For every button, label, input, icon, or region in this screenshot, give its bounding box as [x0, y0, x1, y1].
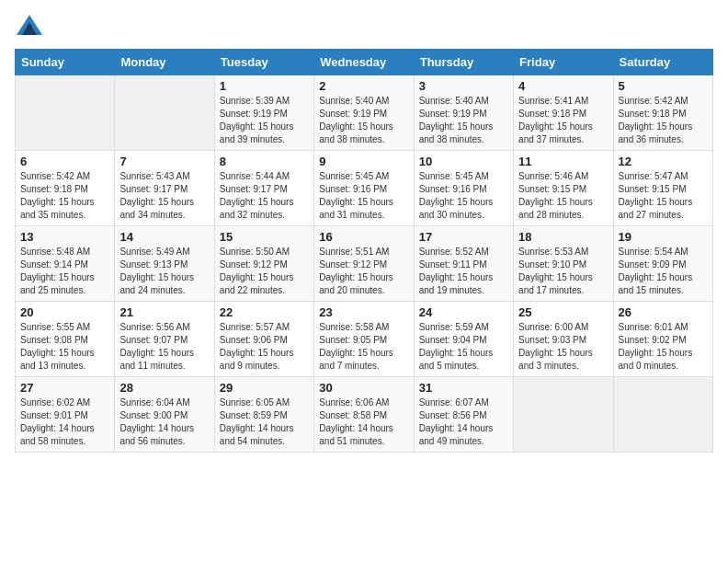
calendar-cell: 1Sunrise: 5:39 AMSunset: 9:19 PMDaylight… — [214, 75, 313, 151]
day-info: Sunrise: 5:53 AMSunset: 9:10 PMDaylight:… — [518, 246, 608, 297]
calendar-week-row: 6Sunrise: 5:42 AMSunset: 9:18 PMDaylight… — [16, 151, 713, 226]
calendar-cell: 20Sunrise: 5:55 AMSunset: 9:08 PMDayligh… — [16, 302, 115, 377]
calendar-cell: 9Sunrise: 5:45 AMSunset: 9:16 PMDaylight… — [314, 151, 414, 226]
day-info: Sunrise: 5:40 AMSunset: 9:19 PMDaylight:… — [319, 95, 408, 146]
day-number: 6 — [20, 155, 109, 168]
day-info: Sunrise: 5:57 AMSunset: 9:06 PMDaylight:… — [220, 321, 309, 373]
calendar-cell: 17Sunrise: 5:52 AMSunset: 9:11 PMDayligh… — [414, 226, 513, 302]
calendar-cell — [514, 377, 613, 453]
day-number: 8 — [220, 155, 309, 168]
day-number: 31 — [419, 381, 508, 395]
day-info: Sunrise: 5:43 AMSunset: 9:17 PMDaylight:… — [119, 170, 209, 222]
calendar-cell: 4Sunrise: 5:41 AMSunset: 9:18 PMDaylight… — [514, 75, 613, 151]
calendar-week-row: 27Sunrise: 6:02 AMSunset: 9:01 PMDayligh… — [16, 377, 713, 453]
day-number: 7 — [119, 155, 209, 168]
calendar-cell: 24Sunrise: 5:59 AMSunset: 9:04 PMDayligh… — [414, 302, 513, 377]
calendar-cell: 11Sunrise: 5:46 AMSunset: 9:15 PMDayligh… — [514, 151, 613, 226]
calendar-cell: 8Sunrise: 5:44 AMSunset: 9:17 PMDaylight… — [214, 151, 313, 226]
day-info: Sunrise: 5:59 AMSunset: 9:04 PMDaylight:… — [419, 321, 508, 373]
day-number: 14 — [119, 230, 209, 244]
day-number: 29 — [220, 381, 309, 395]
page-header — [15, 15, 713, 40]
day-number: 23 — [319, 305, 408, 319]
day-info: Sunrise: 5:51 AMSunset: 9:12 PMDaylight:… — [319, 246, 408, 297]
calendar-week-row: 1Sunrise: 5:39 AMSunset: 9:19 PMDaylight… — [16, 75, 713, 151]
day-info: Sunrise: 5:46 AMSunset: 9:15 PMDaylight:… — [518, 170, 608, 222]
weekday-header: Wednesday — [314, 50, 414, 75]
day-info: Sunrise: 5:45 AMSunset: 9:16 PMDaylight:… — [319, 170, 408, 222]
day-info: Sunrise: 5:50 AMSunset: 9:12 PMDaylight:… — [220, 246, 309, 297]
day-number: 26 — [619, 305, 708, 319]
day-info: Sunrise: 5:52 AMSunset: 9:11 PMDaylight:… — [419, 246, 508, 297]
day-info: Sunrise: 5:42 AMSunset: 9:18 PMDaylight:… — [619, 95, 708, 146]
calendar-cell: 21Sunrise: 5:56 AMSunset: 9:07 PMDayligh… — [115, 302, 214, 377]
day-info: Sunrise: 5:45 AMSunset: 9:16 PMDaylight:… — [419, 170, 508, 222]
day-info: Sunrise: 5:41 AMSunset: 9:18 PMDaylight:… — [518, 95, 608, 146]
calendar-cell: 15Sunrise: 5:50 AMSunset: 9:12 PMDayligh… — [214, 226, 313, 302]
calendar-cell: 7Sunrise: 5:43 AMSunset: 9:17 PMDaylight… — [115, 151, 214, 226]
logo — [15, 15, 42, 40]
day-number: 16 — [319, 230, 408, 244]
day-number: 25 — [518, 305, 608, 319]
day-number: 3 — [419, 79, 508, 93]
day-number: 2 — [319, 79, 408, 93]
day-info: Sunrise: 5:40 AMSunset: 9:19 PMDaylight:… — [419, 95, 508, 146]
day-info: Sunrise: 5:55 AMSunset: 9:08 PMDaylight:… — [20, 321, 109, 373]
day-info: Sunrise: 5:42 AMSunset: 9:18 PMDaylight:… — [20, 170, 109, 222]
day-number: 5 — [619, 79, 708, 93]
day-number: 9 — [319, 155, 408, 168]
day-info: Sunrise: 6:04 AMSunset: 9:00 PMDaylight:… — [119, 396, 209, 448]
day-number: 28 — [119, 381, 209, 395]
calendar-cell: 14Sunrise: 5:49 AMSunset: 9:13 PMDayligh… — [115, 226, 214, 302]
day-info: Sunrise: 5:58 AMSunset: 9:05 PMDaylight:… — [319, 321, 408, 373]
day-number: 20 — [20, 305, 109, 319]
calendar-cell: 19Sunrise: 5:54 AMSunset: 9:09 PMDayligh… — [613, 226, 712, 302]
calendar-cell: 31Sunrise: 6:07 AMSunset: 8:56 PMDayligh… — [414, 377, 513, 453]
day-number: 24 — [419, 305, 508, 319]
day-number: 4 — [518, 79, 608, 93]
weekday-header: Friday — [514, 50, 613, 75]
calendar-cell: 28Sunrise: 6:04 AMSunset: 9:00 PMDayligh… — [115, 377, 214, 453]
calendar-cell: 3Sunrise: 5:40 AMSunset: 9:19 PMDaylight… — [414, 75, 513, 151]
calendar-cell: 22Sunrise: 5:57 AMSunset: 9:06 PMDayligh… — [214, 302, 313, 377]
calendar-cell — [613, 377, 712, 453]
weekday-header: Monday — [115, 50, 214, 75]
day-info: Sunrise: 5:54 AMSunset: 9:09 PMDaylight:… — [619, 246, 708, 297]
weekday-header: Saturday — [613, 50, 712, 75]
calendar-cell — [16, 75, 115, 151]
calendar-cell: 6Sunrise: 5:42 AMSunset: 9:18 PMDaylight… — [16, 151, 115, 226]
day-number: 18 — [518, 230, 608, 244]
calendar-cell: 29Sunrise: 6:05 AMSunset: 8:59 PMDayligh… — [214, 377, 313, 453]
calendar-week-row: 20Sunrise: 5:55 AMSunset: 9:08 PMDayligh… — [16, 302, 713, 377]
day-number: 17 — [419, 230, 508, 244]
day-number: 13 — [20, 230, 109, 244]
day-info: Sunrise: 5:44 AMSunset: 9:17 PMDaylight:… — [220, 170, 309, 222]
calendar-cell: 2Sunrise: 5:40 AMSunset: 9:19 PMDaylight… — [314, 75, 414, 151]
day-info: Sunrise: 5:47 AMSunset: 9:15 PMDaylight:… — [619, 170, 708, 222]
day-number: 30 — [319, 381, 408, 395]
day-number: 15 — [220, 230, 309, 244]
calendar-cell: 10Sunrise: 5:45 AMSunset: 9:16 PMDayligh… — [414, 151, 513, 226]
day-number: 21 — [119, 305, 209, 319]
day-number: 1 — [220, 79, 309, 93]
calendar-cell: 12Sunrise: 5:47 AMSunset: 9:15 PMDayligh… — [613, 151, 712, 226]
weekday-header: Tuesday — [214, 50, 313, 75]
calendar-cell: 25Sunrise: 6:00 AMSunset: 9:03 PMDayligh… — [514, 302, 613, 377]
weekday-header: Thursday — [414, 50, 513, 75]
day-info: Sunrise: 6:00 AMSunset: 9:03 PMDaylight:… — [518, 321, 608, 373]
calendar-cell: 5Sunrise: 5:42 AMSunset: 9:18 PMDaylight… — [613, 75, 712, 151]
day-number: 11 — [518, 155, 608, 168]
day-info: Sunrise: 5:39 AMSunset: 9:19 PMDaylight:… — [220, 95, 309, 146]
day-info: Sunrise: 5:56 AMSunset: 9:07 PMDaylight:… — [119, 321, 209, 373]
day-number: 22 — [220, 305, 309, 319]
logo-icon — [17, 15, 42, 35]
calendar-cell: 30Sunrise: 6:06 AMSunset: 8:58 PMDayligh… — [314, 377, 414, 453]
weekday-header: Sunday — [16, 50, 115, 75]
day-info: Sunrise: 5:49 AMSunset: 9:13 PMDaylight:… — [119, 246, 209, 297]
day-info: Sunrise: 6:01 AMSunset: 9:02 PMDaylight:… — [619, 321, 708, 373]
calendar-cell: 13Sunrise: 5:48 AMSunset: 9:14 PMDayligh… — [16, 226, 115, 302]
calendar-header-row: SundayMondayTuesdayWednesdayThursdayFrid… — [16, 50, 713, 75]
calendar-cell: 23Sunrise: 5:58 AMSunset: 9:05 PMDayligh… — [314, 302, 414, 377]
day-info: Sunrise: 6:05 AMSunset: 8:59 PMDaylight:… — [220, 396, 309, 448]
logo-text — [15, 15, 42, 40]
